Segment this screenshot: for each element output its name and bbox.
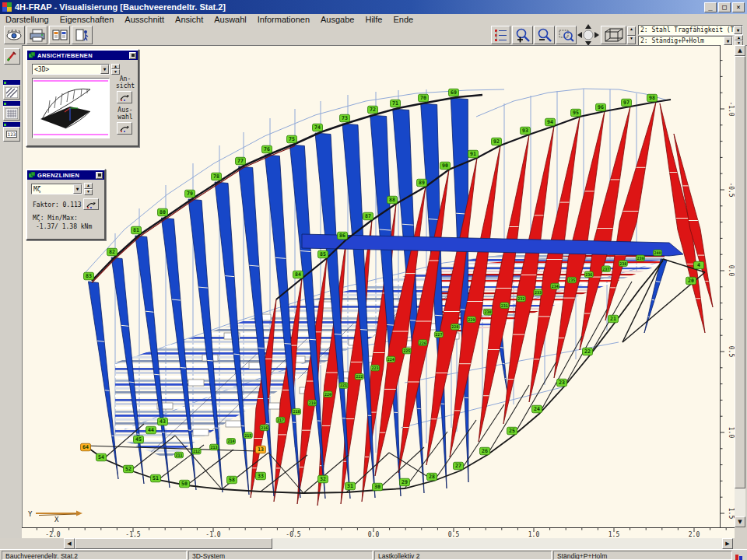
node-label[interactable]: 28 <box>427 473 437 481</box>
node-label[interactable]: 96 <box>596 103 606 111</box>
menu-item-informationen[interactable]: Informationen <box>252 15 315 24</box>
vertical-scroll-thumb[interactable] <box>735 56 745 488</box>
scroll-right-button[interactable]: ▶ <box>722 538 733 549</box>
menu-item-hilfe[interactable]: Hilfe <box>359 15 388 24</box>
node-label[interactable]: 238 <box>619 261 627 267</box>
view-3d-button[interactable] <box>601 26 626 44</box>
node-label[interactable]: 73 <box>340 114 350 122</box>
node-label[interactable]: 54 <box>96 453 107 461</box>
horizontal-scroll-thumb[interactable] <box>75 538 272 549</box>
node-label[interactable]: 92 <box>492 138 502 145</box>
node-label[interactable]: 225 <box>402 348 411 354</box>
node-label[interactable]: 219 <box>308 400 317 406</box>
node-label[interactable]: 98 <box>647 94 658 102</box>
result-case-dropdown-icon[interactable]: ▼ <box>734 26 742 34</box>
node-label[interactable]: 69 <box>449 89 459 96</box>
zoom-in-button[interactable] <box>512 26 533 44</box>
exit-button[interactable] <box>72 26 93 44</box>
scroll-down-button[interactable]: ▼ <box>735 516 745 527</box>
node-label[interactable]: 70 <box>419 94 429 102</box>
node-label[interactable]: 4 <box>694 261 704 269</box>
node-label[interactable]: 78 <box>212 173 222 180</box>
node-label[interactable]: 230 <box>483 309 492 315</box>
node-label[interactable]: 22 <box>583 348 593 355</box>
edit-pen-button[interactable] <box>4 48 20 65</box>
minimize-button[interactable]: _ <box>704 2 717 12</box>
node-label[interactable]: 228 <box>451 324 459 331</box>
menu-item-darstellung[interactable]: Darstellung <box>0 15 54 24</box>
node-label[interactable]: 77 <box>236 157 246 165</box>
node-label[interactable]: 240 <box>654 250 662 256</box>
node-label[interactable]: 93 <box>521 127 531 135</box>
node-label[interactable]: 58 <box>227 476 237 484</box>
faktor-apply-button[interactable] <box>83 198 99 210</box>
node-label[interactable]: 29 <box>400 478 410 486</box>
close-button[interactable]: × <box>732 2 745 12</box>
node-label[interactable]: 85 <box>318 250 328 258</box>
node-label[interactable]: 86 <box>338 232 348 240</box>
node-label[interactable]: 224 <box>387 356 395 362</box>
view-select-dropdown-icon[interactable]: ▼ <box>100 65 109 74</box>
panel-ansicht-titlebar[interactable]: ANSICHT/EBENEN <box>27 51 138 60</box>
panel-grenzlinien-titlebar[interactable]: GRENZLINIEN <box>27 170 104 180</box>
node-label[interactable]: 31 <box>345 482 356 490</box>
node-label[interactable]: 95 <box>571 109 581 117</box>
node-label[interactable]: 223 <box>371 365 380 371</box>
node-label[interactable]: 30 <box>373 483 383 491</box>
menu-item-auswahl[interactable]: Auswahl <box>209 15 252 24</box>
node-label[interactable]: 81 <box>132 226 142 234</box>
node-label[interactable]: 50 <box>180 480 190 488</box>
node-label[interactable]: 74 <box>313 124 323 131</box>
node-label[interactable]: 64 <box>81 443 91 451</box>
node-label[interactable]: 94 <box>545 118 556 126</box>
mesh-tool-button[interactable] <box>3 106 20 121</box>
menu-item-ende[interactable]: Ende <box>388 15 419 24</box>
node-label[interactable]: 80 <box>158 208 168 216</box>
node-label[interactable]: 90 <box>440 162 451 170</box>
node-label[interactable]: 82 <box>107 248 117 256</box>
node-label[interactable]: 44 <box>146 426 156 434</box>
node-label[interactable]: 43 <box>158 418 168 425</box>
view-select-combo[interactable]: <3D> ▼ <box>32 64 110 75</box>
node-label[interactable]: 33 <box>256 472 266 480</box>
node-label[interactable]: 234 <box>551 283 559 289</box>
component-dropdown-icon[interactable]: ▼ <box>73 184 82 194</box>
view-select-spinner[interactable]: ▲▼ <box>111 64 120 75</box>
node-label[interactable]: 227 <box>434 331 443 338</box>
node-label[interactable]: 45 <box>134 436 144 443</box>
node-label[interactable]: 213 <box>210 444 219 450</box>
node-label[interactable]: 231 <box>500 303 509 309</box>
panel-close-button[interactable] <box>129 52 136 59</box>
node-label[interactable]: 211 <box>175 452 184 458</box>
load-case-dropdown-icon[interactable]: ▼ <box>724 37 732 45</box>
node-label[interactable]: 235 <box>567 277 576 283</box>
node-label[interactable]: 23 <box>557 379 567 387</box>
node-label[interactable]: 233 <box>534 289 542 296</box>
node-label[interactable]: 226 <box>419 340 427 346</box>
menu-item-eigenschaften[interactable]: Eigenschaften <box>54 15 120 24</box>
node-label[interactable]: 237 <box>601 266 610 272</box>
node-label[interactable]: 84 <box>293 271 303 278</box>
hatch-tool-button[interactable] <box>3 85 20 100</box>
node-label[interactable]: 71 <box>391 100 401 107</box>
node-label[interactable]: 83 <box>84 272 94 280</box>
node-label[interactable]: 220 <box>324 391 332 397</box>
node-label[interactable]: 229 <box>467 317 475 323</box>
view-eye-button[interactable] <box>4 26 25 44</box>
node-label[interactable]: 72 <box>368 106 378 114</box>
node-label[interactable]: 215 <box>244 432 252 439</box>
component-combo[interactable]: Mζ ▼ <box>31 184 82 194</box>
node-label[interactable]: 212 <box>192 448 201 454</box>
pages-button[interactable] <box>49 26 70 44</box>
node-label[interactable]: 87 <box>363 212 374 220</box>
node-label[interactable]: 236 <box>584 271 593 278</box>
menu-item-ansicht[interactable]: Ansicht <box>170 15 209 24</box>
mini-panel-hatch[interactable] <box>3 80 20 100</box>
ansicht-apply-button[interactable] <box>117 91 132 103</box>
mini-panel-mesh[interactable] <box>3 101 20 121</box>
node-label[interactable]: 232 <box>517 296 525 302</box>
panel-close-button[interactable] <box>96 172 103 179</box>
node-label[interactable]: 27 <box>454 462 464 470</box>
maximize-button[interactable]: □ <box>718 2 731 12</box>
node-label[interactable]: 216 <box>260 425 268 431</box>
